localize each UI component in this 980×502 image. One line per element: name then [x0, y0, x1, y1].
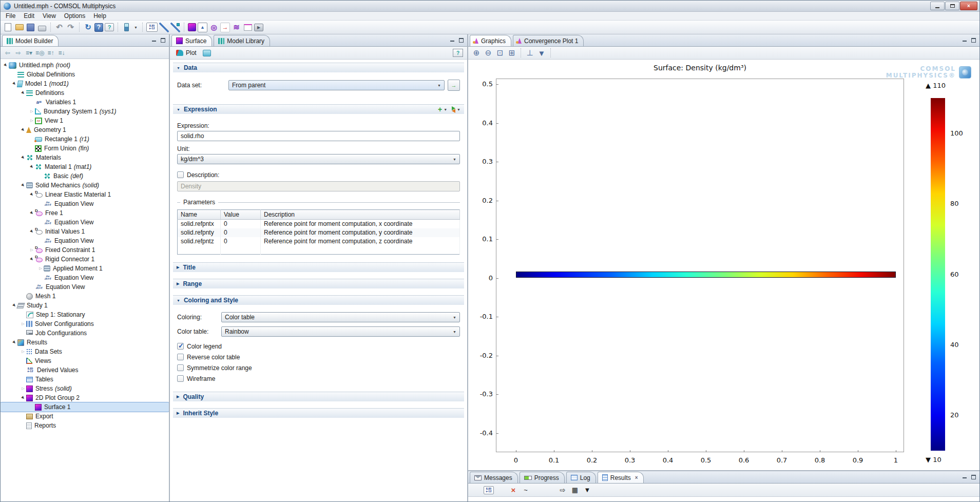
menu-edit[interactable]: Edit — [20, 12, 39, 20]
panel-minimize-button[interactable] — [961, 37, 968, 43]
tree-item-job-configurations[interactable]: Job Configurations — [1, 329, 169, 338]
tab-model-builder[interactable]: Model Builder — [2, 35, 59, 46]
section-range[interactable]: ▶Range — [173, 279, 464, 288]
tree-item-initial-values-1[interactable]: ▶DInitial Values 1 — [1, 227, 169, 236]
section-quality[interactable]: ▶Quality — [173, 392, 464, 401]
tree-item-equation-view[interactable]: ∂u ∂t=fEquation View — [1, 282, 169, 292]
reverse-color-table-checkbox[interactable] — [177, 354, 184, 360]
menu-view[interactable]: View — [39, 12, 60, 20]
constants-icon[interactable]: 8.85 e-12 — [484, 486, 494, 494]
tree-item-results[interactable]: ▶Results — [1, 338, 169, 347]
arrow-plot-icon[interactable]: → — [220, 23, 230, 32]
collapse-all-icon[interactable]: ≡▾ — [24, 48, 34, 57]
streamline-icon[interactable]: ≋ — [232, 23, 241, 32]
tree-item-equation-view[interactable]: ∂u ∂t=fEquation View — [1, 273, 169, 282]
menu-help[interactable]: Help — [89, 12, 110, 20]
column-header-value[interactable]: Value — [221, 210, 261, 220]
tree-item-solid-mechanics-solid[interactable]: ▶Solid Mechanics(solid) — [1, 181, 169, 190]
animate-icon[interactable]: ▶ — [254, 24, 263, 31]
panel-maximize-button[interactable] — [970, 474, 977, 480]
tree-item-derived-values[interactable]: 8.85 e-12Derived Values — [1, 365, 169, 375]
panel-minimize-button[interactable] — [961, 474, 968, 480]
minimize-button[interactable] — [930, 2, 945, 10]
tree-item-reports[interactable]: Reports — [1, 421, 169, 430]
panel-minimize-button[interactable] — [150, 37, 157, 43]
plot-image-icon[interactable] — [203, 50, 211, 56]
tree-item-linear-elastic-material-1[interactable]: ▶DLinear Elastic Material 1 — [1, 190, 169, 199]
tree-caret-expanded[interactable]: ▶ — [28, 163, 35, 170]
tree-item-step-1-stationary[interactable]: Step 1: Stationary — [1, 310, 169, 319]
show-icon[interactable]: ≡◎ — [35, 48, 45, 57]
plot-curve-icon[interactable]: ~ — [521, 485, 531, 495]
tab-progress[interactable]: Progress — [520, 472, 565, 483]
section-expression[interactable]: ▼ Expression + ▼ ▼ — [173, 104, 464, 114]
open-file-icon[interactable] — [14, 23, 24, 32]
tree-item-tables[interactable]: Tables — [1, 375, 169, 384]
color-square-icon[interactable] — [533, 485, 543, 495]
tree-item-mesh-1[interactable]: Mesh 1 — [1, 292, 169, 301]
spiral-icon[interactable]: ◎ — [209, 23, 219, 32]
dropdown-caret[interactable]: ▼ — [133, 23, 139, 32]
tree-caret-collapsed[interactable]: ▷ — [29, 248, 35, 252]
tab-close-icon[interactable]: × — [635, 475, 638, 480]
tree-caret-expanded[interactable]: ▶ — [28, 191, 35, 198]
snapshot-icon[interactable] — [554, 48, 565, 58]
tree-item-variables-1[interactable]: a=Variables 1 — [1, 98, 169, 107]
tree-item-solver-configurations[interactable]: ▷Solver Configurations — [1, 319, 169, 329]
tree-item-global-definitions[interactable]: Global Definitions — [1, 70, 169, 79]
title-bar[interactable]: Untitled.mph - COMSOL Multiphysics × — [1, 1, 979, 12]
menu-file[interactable]: File — [2, 12, 20, 20]
tree-caret-expanded[interactable]: ▶ — [28, 228, 35, 235]
panel-maximize-button[interactable] — [458, 37, 465, 43]
tree-item-2d-plot-group-2[interactable]: ▶2D Plot Group 2 — [1, 393, 169, 402]
add-expression-icon[interactable]: + — [438, 106, 442, 112]
tree-caret-collapsed[interactable]: ▷ — [20, 322, 26, 326]
tree-item-applied-moment-1[interactable]: ▷Applied Moment 1 — [1, 264, 169, 273]
zoom-extents-icon[interactable]: ⊞ — [507, 48, 517, 58]
tree-item-export[interactable]: Export — [1, 412, 169, 421]
help-icon[interactable]: ? — [94, 23, 103, 32]
maximize-button[interactable] — [945, 2, 959, 10]
tree-caret-collapsed[interactable]: ▷ — [20, 387, 26, 391]
symmetrize-color-range-checkbox[interactable] — [177, 364, 184, 371]
tab-model-library[interactable]: Model Library — [214, 35, 270, 46]
material-brush-icon[interactable] — [122, 23, 131, 32]
tree-caret-expanded[interactable]: ▶ — [28, 209, 35, 217]
tree-item-model-1-mod1[interactable]: ▶Model 1(mod1) — [1, 79, 169, 88]
forward-icon[interactable]: ⇨ — [13, 48, 23, 57]
wireframe-checkbox[interactable] — [177, 375, 184, 382]
replace-expression-icon[interactable] — [452, 106, 455, 113]
tree-item-material-1-mat1[interactable]: ▶Material 1(mat1) — [1, 162, 169, 171]
column-header-description[interactable]: Description — [261, 210, 460, 220]
tree-caret-expanded[interactable]: ▶ — [20, 394, 27, 401]
tree-item-equation-view[interactable]: ∂u ∂t=fEquation View — [1, 218, 169, 227]
tab-results[interactable]: Results× — [598, 472, 644, 483]
table-row[interactable]: solid.refpnty0Reference point for moment… — [178, 228, 460, 237]
panel-maximize-button[interactable] — [160, 37, 166, 43]
color-legend-checkbox[interactable] — [177, 343, 184, 350]
new-file-icon[interactable] — [3, 23, 13, 32]
dataset-dropdown[interactable]: From parent — [228, 80, 445, 90]
tree-caret-expanded[interactable]: ▶ — [11, 339, 18, 346]
description-checkbox[interactable] — [177, 171, 184, 178]
edge-measure-icon[interactable] — [159, 23, 169, 32]
tree-item-basic-def[interactable]: Basic(def) — [1, 171, 169, 181]
tree-item-definitions[interactable]: ▶Definitions — [1, 88, 169, 98]
tree-caret-expanded[interactable]: ▶ — [20, 154, 27, 161]
tree-item-geometry-1[interactable]: ▶Geometry 1 — [1, 125, 169, 134]
copy-table-icon[interactable] — [545, 485, 555, 495]
axes-orientation-icon[interactable]: ⊥ — [525, 48, 535, 58]
zoom-out-icon[interactable]: ⊖ — [483, 48, 493, 58]
color-table-dropdown[interactable]: Rainbow — [221, 326, 460, 337]
documentation-icon[interactable]: ? — [105, 23, 114, 31]
tab-log[interactable]: Log — [566, 472, 596, 483]
rectangle-plot-icon[interactable] — [243, 23, 253, 32]
print-icon[interactable] — [37, 23, 47, 32]
tree-caret-expanded[interactable]: ▶ — [28, 256, 35, 263]
tree-item-boundary-system-1-sys1[interactable]: ▷Boundary System 1(sys1) — [1, 107, 169, 116]
import-dataset-button[interactable]: → — [448, 80, 460, 91]
tree-item-views[interactable]: Views — [1, 356, 169, 365]
constants-icon[interactable]: 8.85 e-12 — [146, 23, 158, 32]
panel-minimize-button[interactable] — [449, 37, 455, 43]
point-measure-icon[interactable] — [170, 23, 180, 32]
